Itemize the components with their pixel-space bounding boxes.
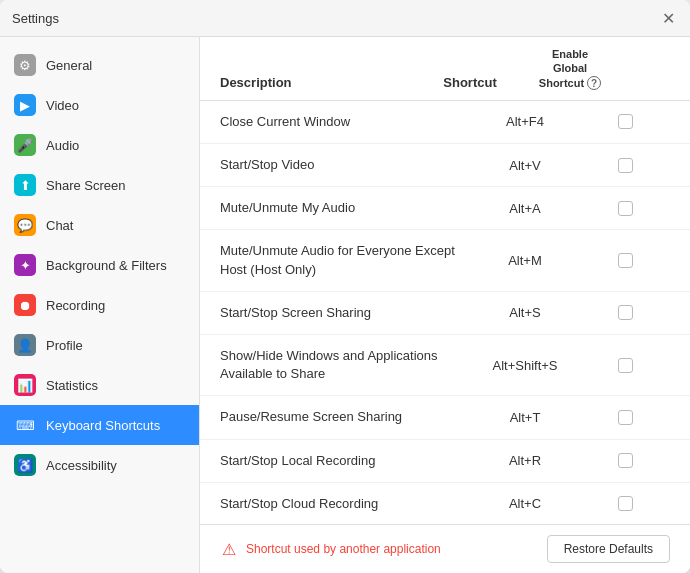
sidebar-item-share-screen[interactable]: ⬆Share Screen bbox=[0, 165, 199, 205]
warning-message: ⚠ Shortcut used by another application bbox=[220, 540, 441, 558]
enable-global-checkbox-1[interactable] bbox=[618, 158, 633, 173]
sidebar-item-label-chat: Chat bbox=[46, 218, 73, 233]
row-shortcut-3: Alt+M bbox=[465, 253, 585, 268]
sidebar-item-general[interactable]: ⚙General bbox=[0, 45, 199, 85]
share-icon: ⬆ bbox=[14, 174, 36, 196]
row-shortcut-4: Alt+S bbox=[465, 305, 585, 320]
enable-global-checkbox-0[interactable] bbox=[618, 114, 633, 129]
footer: ⚠ Shortcut used by another application R… bbox=[200, 524, 690, 573]
row-shortcut-7: Alt+R bbox=[465, 453, 585, 468]
main-content: Description Shortcut EnableGlobalShortcu… bbox=[200, 37, 690, 573]
warning-text: Shortcut used by another application bbox=[246, 542, 441, 556]
sidebar-item-statistics[interactable]: 📊Statistics bbox=[0, 365, 199, 405]
row-description-6: Pause/Resume Screen Sharing bbox=[220, 408, 465, 426]
sidebar: ⚙General▶Video🎤Audio⬆Share Screen💬Chat✦B… bbox=[0, 37, 200, 573]
sidebar-item-label-profile: Profile bbox=[46, 338, 83, 353]
row-description-4: Start/Stop Screen Sharing bbox=[220, 304, 465, 322]
table-header: Description Shortcut EnableGlobalShortcu… bbox=[200, 37, 690, 101]
gear-icon: ⚙ bbox=[14, 54, 36, 76]
table-row: Start/Stop Cloud RecordingAlt+C bbox=[200, 483, 690, 524]
audio-icon: 🎤 bbox=[14, 134, 36, 156]
sidebar-item-label-recording: Recording bbox=[46, 298, 105, 313]
enable-global-header: EnableGlobalShortcut ? bbox=[530, 47, 610, 90]
description-header: Description bbox=[220, 75, 410, 90]
sidebar-item-keyboard-shortcuts[interactable]: ⌨Keyboard Shortcuts bbox=[0, 405, 199, 445]
bg-icon: ✦ bbox=[14, 254, 36, 276]
row-checkbox-7 bbox=[585, 453, 665, 468]
table-row: Pause/Resume Screen SharingAlt+T bbox=[200, 396, 690, 439]
enable-global-checkbox-5[interactable] bbox=[618, 358, 633, 373]
sidebar-item-recording[interactable]: ⏺Recording bbox=[0, 285, 199, 325]
sidebar-item-label-general: General bbox=[46, 58, 92, 73]
statistics-icon: 📊 bbox=[14, 374, 36, 396]
keyboard-icon: ⌨ bbox=[14, 414, 36, 436]
sidebar-item-background-filters[interactable]: ✦Background & Filters bbox=[0, 245, 199, 285]
row-description-1: Start/Stop Video bbox=[220, 156, 465, 174]
enable-global-checkbox-6[interactable] bbox=[618, 410, 633, 425]
table-row: Start/Stop Local RecordingAlt+R bbox=[200, 440, 690, 483]
help-icon[interactable]: ? bbox=[587, 76, 601, 90]
sidebar-item-label-audio: Audio bbox=[46, 138, 79, 153]
table-row: Mute/Unmute Audio for Everyone Except Ho… bbox=[200, 230, 690, 291]
sidebar-item-label-statistics: Statistics bbox=[46, 378, 98, 393]
sidebar-item-accessibility[interactable]: ♿Accessibility bbox=[0, 445, 199, 485]
shortcut-header: Shortcut bbox=[410, 75, 530, 90]
table-row: Start/Stop VideoAlt+V bbox=[200, 144, 690, 187]
row-description-0: Close Current Window bbox=[220, 113, 465, 131]
row-checkbox-8 bbox=[585, 496, 665, 511]
row-description-8: Start/Stop Cloud Recording bbox=[220, 495, 465, 513]
recording-icon: ⏺ bbox=[14, 294, 36, 316]
row-checkbox-2 bbox=[585, 201, 665, 216]
row-shortcut-2: Alt+A bbox=[465, 201, 585, 216]
enable-global-label: EnableGlobalShortcut bbox=[539, 48, 588, 89]
row-checkbox-3 bbox=[585, 253, 665, 268]
sidebar-item-label-accessibility: Accessibility bbox=[46, 458, 117, 473]
row-shortcut-1: Alt+V bbox=[465, 158, 585, 173]
sidebar-item-label-keyboard-shortcuts: Keyboard Shortcuts bbox=[46, 418, 160, 433]
row-description-3: Mute/Unmute Audio for Everyone Except Ho… bbox=[220, 242, 465, 278]
row-shortcut-6: Alt+T bbox=[465, 410, 585, 425]
enable-global-checkbox-7[interactable] bbox=[618, 453, 633, 468]
restore-defaults-button[interactable]: Restore Defaults bbox=[547, 535, 670, 563]
row-shortcut-5: Alt+Shift+S bbox=[465, 358, 585, 373]
settings-window: Settings ✕ ⚙General▶Video🎤Audio⬆Share Sc… bbox=[0, 0, 690, 573]
warning-icon: ⚠ bbox=[220, 540, 238, 558]
row-checkbox-5 bbox=[585, 358, 665, 373]
sidebar-item-label-background-filters: Background & Filters bbox=[46, 258, 167, 273]
table-row: Start/Stop Screen SharingAlt+S bbox=[200, 292, 690, 335]
table-row: Close Current WindowAlt+F4 bbox=[200, 101, 690, 144]
row-checkbox-0 bbox=[585, 114, 665, 129]
enable-global-checkbox-4[interactable] bbox=[618, 305, 633, 320]
row-checkbox-4 bbox=[585, 305, 665, 320]
title-bar: Settings ✕ bbox=[0, 0, 690, 37]
table-row: Mute/Unmute My AudioAlt+A bbox=[200, 187, 690, 230]
row-description-5: Show/Hide Windows and Applications Avail… bbox=[220, 347, 465, 383]
enable-global-checkbox-8[interactable] bbox=[618, 496, 633, 511]
sidebar-item-audio[interactable]: 🎤Audio bbox=[0, 125, 199, 165]
table-row: Show/Hide Windows and Applications Avail… bbox=[200, 335, 690, 396]
accessibility-icon: ♿ bbox=[14, 454, 36, 476]
sidebar-item-label-share-screen: Share Screen bbox=[46, 178, 126, 193]
enable-global-checkbox-3[interactable] bbox=[618, 253, 633, 268]
sidebar-item-video[interactable]: ▶Video bbox=[0, 85, 199, 125]
enable-global-checkbox-2[interactable] bbox=[618, 201, 633, 216]
sidebar-item-label-video: Video bbox=[46, 98, 79, 113]
row-description-2: Mute/Unmute My Audio bbox=[220, 199, 465, 217]
row-description-7: Start/Stop Local Recording bbox=[220, 452, 465, 470]
shortcuts-table: Close Current WindowAlt+F4Start/Stop Vid… bbox=[200, 101, 690, 524]
window-title: Settings bbox=[12, 11, 59, 26]
sidebar-item-chat[interactable]: 💬Chat bbox=[0, 205, 199, 245]
row-checkbox-6 bbox=[585, 410, 665, 425]
sidebar-item-profile[interactable]: 👤Profile bbox=[0, 325, 199, 365]
row-checkbox-1 bbox=[585, 158, 665, 173]
chat-icon: 💬 bbox=[14, 214, 36, 236]
row-shortcut-0: Alt+F4 bbox=[465, 114, 585, 129]
window-body: ⚙General▶Video🎤Audio⬆Share Screen💬Chat✦B… bbox=[0, 37, 690, 573]
row-shortcut-8: Alt+C bbox=[465, 496, 585, 511]
video-icon: ▶ bbox=[14, 94, 36, 116]
profile-icon: 👤 bbox=[14, 334, 36, 356]
close-button[interactable]: ✕ bbox=[658, 8, 678, 28]
